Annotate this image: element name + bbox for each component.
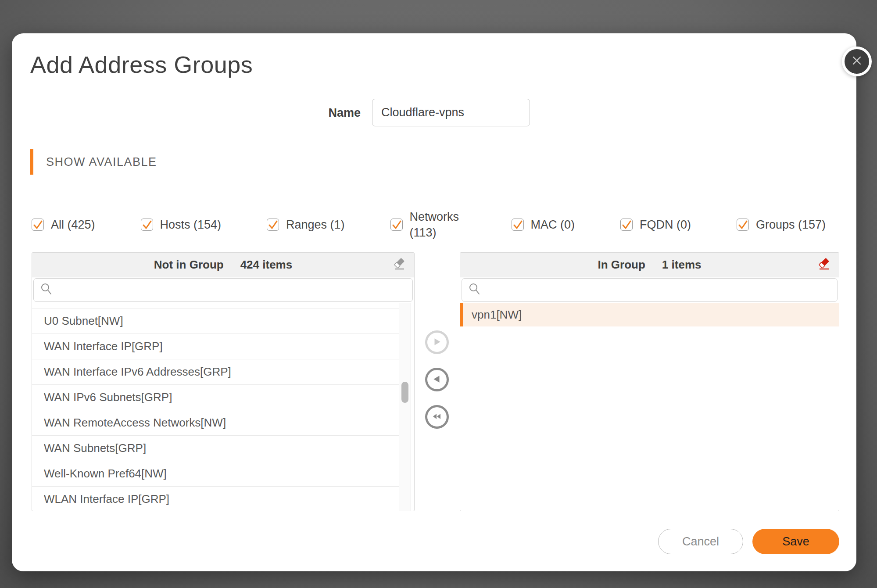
eraser-icon — [392, 257, 406, 272]
panel-title: In Group — [598, 258, 645, 272]
cancel-button[interactable]: Cancel — [658, 529, 743, 554]
move-to-group-button[interactable] — [425, 330, 449, 354]
filter-label: Hosts (154) — [160, 217, 222, 233]
list-item[interactable]: U0 Subnet[NW] — [32, 308, 401, 334]
search-input[interactable] — [33, 278, 413, 302]
list-item[interactable]: WAN RemoteAccess Networks[NW] — [32, 410, 401, 436]
close-button[interactable] — [842, 47, 872, 76]
list-item[interactable]: WAN IPv6 Subnets[GRP] — [32, 385, 401, 410]
search-input[interactable] — [462, 278, 838, 302]
filter-label: Groups (157) — [756, 217, 826, 233]
checkbox-checked-icon[interactable] — [267, 219, 279, 231]
not-in-group-header: Not in Group 424 items — [32, 253, 414, 277]
section-accent-bar — [30, 149, 33, 175]
list-item[interactable]: WAN Interface IP[GRP] — [32, 334, 401, 359]
list-item[interactable]: Well-Known Pref64[NW] — [32, 461, 401, 487]
checkbox-checked-icon[interactable] — [512, 219, 524, 231]
arrow-right-icon — [432, 337, 442, 348]
in-group-header: In Group 1 items — [460, 253, 839, 277]
add-address-groups-dialog: Add Address Groups Name SHOW AVAILABLE A… — [12, 33, 856, 571]
clear-selection-button[interactable] — [390, 256, 408, 274]
page-title: Add Address Groups — [30, 51, 253, 78]
double-arrow-left-icon — [432, 412, 442, 423]
name-label: Name — [328, 98, 361, 127]
not-in-group-list: U0 Subnet[NW] WAN Interface IP[GRP] WAN … — [32, 303, 414, 511]
remove-all-from-group-button[interactable] — [425, 405, 449, 429]
filter-ranges[interactable]: Ranges (1) — [267, 217, 345, 233]
filter-checkbox-row: All (425) Hosts (154) Ranges (1) Network… — [32, 206, 826, 243]
search-icon — [40, 283, 53, 298]
checkbox-checked-icon[interactable] — [32, 219, 44, 231]
filter-mac[interactable]: MAC (0) — [512, 217, 575, 233]
save-button[interactable]: Save — [752, 529, 839, 554]
checkbox-checked-icon[interactable] — [737, 219, 749, 231]
in-group-search — [460, 277, 839, 303]
arrow-left-icon — [432, 374, 442, 385]
list-item-partial — [32, 303, 401, 308]
checkbox-checked-icon[interactable] — [390, 219, 403, 231]
list-item[interactable]: WAN Interface IPv6 Addresses[GRP] — [32, 359, 401, 385]
filter-networks[interactable]: Networks (113) — [390, 209, 466, 241]
scrollbar-thumb[interactable] — [401, 382, 408, 403]
in-group-list: vpn1[NW] — [460, 303, 839, 511]
filter-label: FQDN (0) — [640, 217, 691, 233]
list-item[interactable]: WAN Subnets[GRP] — [32, 436, 401, 461]
close-icon — [850, 54, 863, 69]
filter-label: MAC (0) — [531, 217, 575, 233]
not-in-group-search — [32, 277, 414, 303]
filter-hosts[interactable]: Hosts (154) — [141, 217, 222, 233]
eraser-icon-red — [817, 257, 831, 272]
panel-item-count: 424 items — [240, 258, 293, 272]
filter-groups[interactable]: Groups (157) — [737, 217, 826, 233]
filter-fqdn[interactable]: FQDN (0) — [620, 217, 691, 233]
filter-all[interactable]: All (425) — [32, 217, 95, 233]
name-input[interactable] — [372, 99, 530, 126]
checkbox-checked-icon[interactable] — [620, 219, 633, 231]
panel-title: Not in Group — [154, 258, 224, 272]
checkbox-checked-icon[interactable] — [141, 219, 153, 231]
name-field-row: Name — [12, 98, 856, 127]
filter-label: All (425) — [51, 217, 95, 233]
clear-group-button[interactable] — [815, 256, 833, 274]
filter-label: Networks (113) — [410, 209, 466, 241]
list-item[interactable]: WLAN Interface IP[GRP] — [32, 487, 401, 511]
filter-label: Ranges (1) — [286, 217, 345, 233]
remove-from-group-button[interactable] — [425, 368, 449, 391]
section-title: SHOW AVAILABLE — [46, 155, 157, 169]
in-group-panel: In Group 1 items — [460, 252, 839, 511]
list-item-selected[interactable]: vpn1[NW] — [460, 303, 839, 326]
scrollbar-track[interactable] — [399, 303, 411, 511]
show-available-section-header: SHOW AVAILABLE — [30, 149, 157, 175]
search-icon — [468, 283, 481, 298]
not-in-group-panel: Not in Group 424 items — [32, 252, 415, 511]
panel-item-count: 1 items — [662, 258, 702, 272]
